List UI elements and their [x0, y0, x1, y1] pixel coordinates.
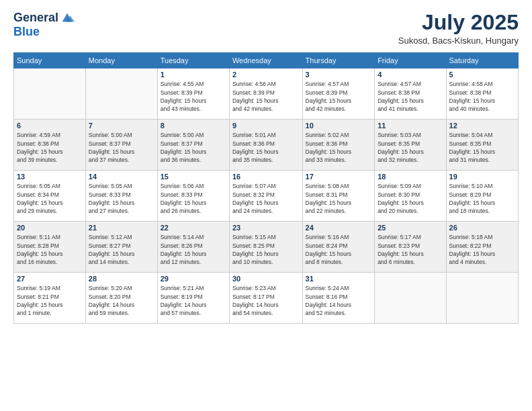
day-info: Sunrise: 4:59 AM Sunset: 8:38 PM Dayligh…: [17, 131, 83, 164]
day-info: Sunrise: 5:23 AM Sunset: 8:17 PM Dayligh…: [232, 284, 300, 317]
day-info: Sunrise: 5:05 AM Sunset: 8:34 PM Dayligh…: [17, 182, 83, 215]
calendar-cell: 17Sunrise: 5:08 AM Sunset: 8:31 PM Dayli…: [302, 171, 375, 222]
header: General Blue July 2025 Sukosd, Bacs-Kisk…: [13, 11, 519, 46]
logo-text-line1: General: [13, 11, 58, 25]
calendar-cell: 26Sunrise: 5:18 AM Sunset: 8:22 PM Dayli…: [446, 222, 518, 273]
day-info: Sunrise: 5:04 AM Sunset: 8:35 PM Dayligh…: [449, 131, 515, 164]
day-number: 30: [232, 275, 300, 283]
day-info: Sunrise: 4:56 AM Sunset: 8:39 PM Dayligh…: [232, 80, 300, 113]
calendar-cell: 2Sunrise: 4:56 AM Sunset: 8:39 PM Daylig…: [229, 68, 302, 120]
day-info: Sunrise: 5:14 AM Sunset: 8:26 PM Dayligh…: [161, 233, 226, 266]
day-number: 1: [161, 71, 226, 79]
calendar-cell: 6Sunrise: 4:59 AM Sunset: 8:38 PM Daylig…: [14, 120, 86, 171]
calendar-cell: 13Sunrise: 5:05 AM Sunset: 8:34 PM Dayli…: [14, 171, 86, 222]
day-number: 6: [17, 122, 83, 130]
calendar-cell: 30Sunrise: 5:23 AM Sunset: 8:17 PM Dayli…: [229, 273, 302, 324]
day-number: 15: [161, 173, 226, 181]
page: General Blue July 2025 Sukosd, Bacs-Kisk…: [0, 0, 532, 411]
day-number: 25: [378, 224, 443, 232]
day-number: 9: [232, 122, 300, 130]
calendar-row-4: 20Sunrise: 5:11 AM Sunset: 8:28 PM Dayli…: [14, 222, 519, 273]
day-info: Sunrise: 4:58 AM Sunset: 8:38 PM Dayligh…: [449, 80, 515, 113]
day-info: Sunrise: 5:08 AM Sunset: 8:31 PM Dayligh…: [306, 182, 372, 215]
calendar-row-1: 1Sunrise: 4:55 AM Sunset: 8:39 PM Daylig…: [14, 68, 519, 120]
header-wednesday: Wednesday: [229, 53, 302, 68]
day-info: Sunrise: 5:03 AM Sunset: 8:35 PM Dayligh…: [378, 131, 443, 164]
day-number: 29: [161, 275, 226, 283]
calendar-cell: 10Sunrise: 5:02 AM Sunset: 8:36 PM Dayli…: [302, 120, 375, 171]
day-number: 17: [306, 173, 372, 181]
calendar-cell: 20Sunrise: 5:11 AM Sunset: 8:28 PM Dayli…: [14, 222, 86, 273]
day-info: Sunrise: 5:16 AM Sunset: 8:24 PM Dayligh…: [306, 233, 372, 266]
calendar-cell: 16Sunrise: 5:07 AM Sunset: 8:32 PM Dayli…: [229, 171, 302, 222]
calendar-header-row: Sunday Monday Tuesday Wednesday Thursday…: [14, 53, 519, 68]
day-number: 13: [17, 173, 83, 181]
day-number: 24: [306, 224, 372, 232]
day-info: Sunrise: 5:01 AM Sunset: 8:36 PM Dayligh…: [232, 131, 300, 164]
day-info: Sunrise: 5:06 AM Sunset: 8:33 PM Dayligh…: [161, 182, 226, 215]
location-subtitle: Sukosd, Bacs-Kiskun, Hungary: [398, 36, 519, 46]
day-number: 19: [449, 173, 515, 181]
calendar-cell: 4Sunrise: 4:57 AM Sunset: 8:38 PM Daylig…: [375, 68, 446, 120]
calendar-cell: 15Sunrise: 5:06 AM Sunset: 8:33 PM Dayli…: [157, 171, 229, 222]
calendar-cell: [375, 273, 446, 324]
day-info: Sunrise: 5:15 AM Sunset: 8:25 PM Dayligh…: [232, 233, 300, 266]
logo: General Blue: [13, 11, 75, 39]
calendar-cell: 8Sunrise: 5:00 AM Sunset: 8:37 PM Daylig…: [157, 120, 229, 171]
month-title: July 2025: [398, 11, 519, 34]
day-info: Sunrise: 4:55 AM Sunset: 8:39 PM Dayligh…: [161, 80, 226, 113]
day-info: Sunrise: 5:00 AM Sunset: 8:37 PM Dayligh…: [161, 131, 226, 164]
day-number: 23: [232, 224, 300, 232]
calendar-cell: 5Sunrise: 4:58 AM Sunset: 8:38 PM Daylig…: [446, 68, 518, 120]
day-number: 10: [306, 122, 372, 130]
header-tuesday: Tuesday: [157, 53, 229, 68]
header-friday: Friday: [375, 53, 446, 68]
calendar-cell: 7Sunrise: 5:00 AM Sunset: 8:37 PM Daylig…: [85, 120, 157, 171]
day-info: Sunrise: 4:57 AM Sunset: 8:39 PM Dayligh…: [306, 80, 372, 113]
calendar-cell: [446, 273, 518, 324]
day-number: 18: [378, 173, 443, 181]
day-info: Sunrise: 5:20 AM Sunset: 8:20 PM Dayligh…: [89, 284, 154, 317]
calendar-row-5: 27Sunrise: 5:19 AM Sunset: 8:21 PM Dayli…: [14, 273, 519, 324]
calendar-cell: 28Sunrise: 5:20 AM Sunset: 8:20 PM Dayli…: [85, 273, 157, 324]
day-info: Sunrise: 5:17 AM Sunset: 8:23 PM Dayligh…: [378, 233, 443, 266]
calendar-cell: [14, 68, 86, 120]
calendar-cell: 19Sunrise: 5:10 AM Sunset: 8:29 PM Dayli…: [446, 171, 518, 222]
day-info: Sunrise: 5:00 AM Sunset: 8:37 PM Dayligh…: [89, 131, 154, 164]
calendar-cell: 31Sunrise: 5:24 AM Sunset: 8:16 PM Dayli…: [302, 273, 375, 324]
day-info: Sunrise: 5:19 AM Sunset: 8:21 PM Dayligh…: [17, 284, 83, 317]
calendar-cell: 22Sunrise: 5:14 AM Sunset: 8:26 PM Dayli…: [157, 222, 229, 273]
calendar-cell: 1Sunrise: 4:55 AM Sunset: 8:39 PM Daylig…: [157, 68, 229, 120]
calendar-cell: 9Sunrise: 5:01 AM Sunset: 8:36 PM Daylig…: [229, 120, 302, 171]
calendar-cell: 23Sunrise: 5:15 AM Sunset: 8:25 PM Dayli…: [229, 222, 302, 273]
calendar-cell: 21Sunrise: 5:12 AM Sunset: 8:27 PM Dayli…: [85, 222, 157, 273]
day-info: Sunrise: 5:24 AM Sunset: 8:16 PM Dayligh…: [306, 284, 372, 317]
day-info: Sunrise: 5:12 AM Sunset: 8:27 PM Dayligh…: [89, 233, 154, 266]
day-number: 8: [161, 122, 226, 130]
day-number: 3: [306, 71, 372, 79]
calendar-cell: 29Sunrise: 5:21 AM Sunset: 8:19 PM Dayli…: [157, 273, 229, 324]
day-info: Sunrise: 5:21 AM Sunset: 8:19 PM Dayligh…: [161, 284, 226, 317]
calendar-cell: 25Sunrise: 5:17 AM Sunset: 8:23 PM Dayli…: [375, 222, 446, 273]
day-number: 5: [449, 71, 515, 79]
calendar-cell: 18Sunrise: 5:09 AM Sunset: 8:30 PM Dayli…: [375, 171, 446, 222]
calendar-cell: 27Sunrise: 5:19 AM Sunset: 8:21 PM Dayli…: [14, 273, 86, 324]
day-info: Sunrise: 5:02 AM Sunset: 8:36 PM Dayligh…: [306, 131, 372, 164]
calendar-table: Sunday Monday Tuesday Wednesday Thursday…: [13, 52, 519, 324]
calendar-cell: [85, 68, 157, 120]
calendar-row-3: 13Sunrise: 5:05 AM Sunset: 8:34 PM Dayli…: [14, 171, 519, 222]
day-info: Sunrise: 4:57 AM Sunset: 8:38 PM Dayligh…: [378, 80, 443, 113]
day-number: 21: [89, 224, 154, 232]
day-number: 4: [378, 71, 443, 79]
day-number: 11: [378, 122, 443, 130]
calendar-cell: 11Sunrise: 5:03 AM Sunset: 8:35 PM Dayli…: [375, 120, 446, 171]
day-info: Sunrise: 5:11 AM Sunset: 8:28 PM Dayligh…: [17, 233, 83, 266]
day-number: 14: [89, 173, 154, 181]
day-info: Sunrise: 5:07 AM Sunset: 8:32 PM Dayligh…: [232, 182, 300, 215]
calendar-cell: 14Sunrise: 5:05 AM Sunset: 8:33 PM Dayli…: [85, 171, 157, 222]
header-monday: Monday: [85, 53, 157, 68]
title-section: July 2025 Sukosd, Bacs-Kiskun, Hungary: [398, 11, 519, 46]
header-thursday: Thursday: [302, 53, 375, 68]
logo-icon: [60, 11, 75, 26]
day-number: 12: [449, 122, 515, 130]
